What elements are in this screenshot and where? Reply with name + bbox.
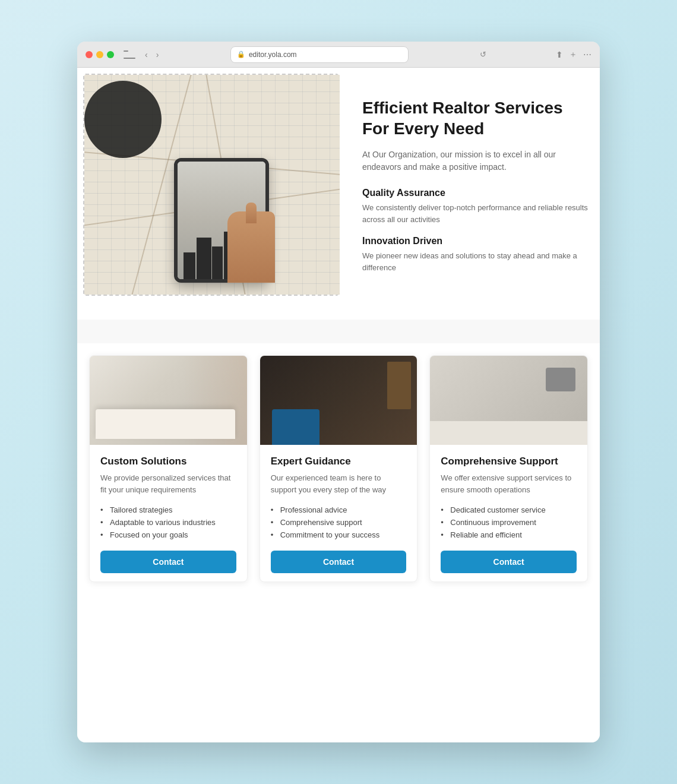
new-tab-button[interactable]: ＋ (569, 49, 577, 60)
list-item: Reliable and efficient (441, 529, 577, 541)
card-3-image (430, 356, 587, 445)
browser-toolbar: ‹ › 🔒 editor.yola.com ↺ ⬆ ＋ ⋯ (77, 42, 600, 68)
sidebar-toggle-button[interactable] (124, 50, 135, 59)
card-2-title: Expert Guidance (271, 456, 407, 467)
feature-quality-assurance: Quality Assurance We consistently delive… (362, 188, 588, 225)
card-3-desc: We offer extensive support services to e… (441, 472, 577, 495)
browser-content: Efficient Realtor Services For Every Nee… (77, 68, 600, 742)
close-button[interactable] (86, 51, 93, 58)
toolbar-right: ⬆ ＋ ⋯ (556, 49, 591, 60)
hero-section: Efficient Realtor Services For Every Nee… (89, 80, 588, 296)
list-item: Dedicated customer service (441, 504, 577, 516)
lock-icon: 🔒 (237, 50, 245, 58)
card-3-body: Comprehensive Support We offer extensive… (430, 445, 587, 581)
card-2-body: Expert Guidance Our experienced team is … (260, 445, 417, 581)
card-expert-guidance: Expert Guidance Our experienced team is … (260, 355, 418, 582)
fullscreen-button[interactable] (107, 51, 114, 58)
minimize-button[interactable] (96, 51, 103, 58)
card-2-image (260, 356, 417, 445)
hat-decoration (84, 81, 162, 158)
reload-button[interactable]: ↺ (480, 50, 486, 59)
card-1-title: Custom Solutions (100, 456, 236, 467)
card-comprehensive-support: Comprehensive Support We offer extensive… (429, 355, 588, 582)
cards-section: Custom Solutions We provide personalized… (89, 355, 588, 582)
page-content: Efficient Realtor Services For Every Nee… (77, 68, 600, 594)
traffic-lights (86, 51, 114, 58)
share-button[interactable]: ⬆ (556, 50, 563, 59)
menu-button[interactable]: ⋯ (583, 50, 591, 59)
card-2-contact-button[interactable]: Contact (271, 551, 407, 573)
card-1-desc: We provide personalized services that fi… (100, 472, 236, 495)
card-3-list: Dedicated customer service Continuous im… (441, 504, 577, 541)
address-bar[interactable]: 🔒 editor.yola.com (230, 46, 409, 63)
browser-window: ‹ › 🔒 editor.yola.com ↺ ⬆ ＋ ⋯ (77, 42, 600, 742)
card-2-desc: Our experienced team is here to support … (271, 472, 407, 495)
feature-quality-desc: We consistently deliver top-notch perfor… (362, 202, 588, 225)
back-button[interactable]: ‹ (143, 49, 150, 61)
section-divider (77, 320, 600, 343)
building-3 (212, 246, 223, 279)
url-text: editor.yola.com (249, 50, 297, 59)
hand-shape (227, 211, 275, 283)
forward-button[interactable]: › (154, 49, 162, 61)
card-3-title: Comprehensive Support (441, 456, 577, 467)
card-2-list: Professional advice Comprehensive suppor… (271, 504, 407, 541)
card-custom-solutions: Custom Solutions We provide personalized… (89, 355, 248, 582)
list-item: Professional advice (271, 504, 407, 516)
list-item: Comprehensive support (271, 516, 407, 529)
hero-image (84, 75, 340, 295)
card-3-contact-button[interactable]: Contact (441, 551, 577, 573)
list-item: Tailored strategies (100, 504, 236, 516)
card-1-body: Custom Solutions We provide personalized… (90, 445, 247, 581)
feature-innovation-desc: We pioneer new ideas and solutions to st… (362, 250, 588, 273)
hand-finger (246, 203, 257, 223)
hero-subtitle: At Our Organization, our mission is to e… (362, 148, 588, 173)
hero-text: Efficient Realtor Services For Every Nee… (362, 80, 588, 284)
feature-innovation-title: Innovation Driven (362, 236, 588, 246)
hero-image-container (83, 74, 338, 296)
building-2 (197, 238, 211, 279)
feature-innovation-driven: Innovation Driven We pioneer new ideas a… (362, 236, 588, 273)
list-item: Continuous improvement (441, 516, 577, 529)
hero-title: Efficient Realtor Services For Every Nee… (362, 97, 588, 139)
list-item: Adaptable to various industries (100, 516, 236, 529)
card-1-contact-button[interactable]: Contact (100, 551, 236, 573)
building-1 (184, 252, 195, 279)
list-item: Commitment to your success (271, 529, 407, 541)
card-1-list: Tailored strategies Adaptable to various… (100, 504, 236, 541)
list-item: Focused on your goals (100, 529, 236, 541)
feature-quality-title: Quality Assurance (362, 188, 588, 198)
tablet-container (174, 158, 269, 283)
card-1-image (90, 356, 247, 445)
